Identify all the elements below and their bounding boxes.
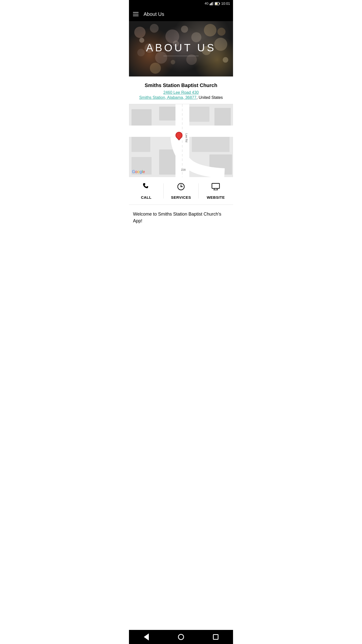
menu-button[interactable] xyxy=(133,12,139,16)
map-svg xyxy=(129,104,233,177)
app-bar: About Us xyxy=(129,7,233,21)
road-label: Lee Rd xyxy=(185,133,188,142)
hero-divider xyxy=(163,56,199,56)
svg-rect-2 xyxy=(212,2,212,5)
svg-rect-1 xyxy=(211,3,211,5)
network-type: 4G xyxy=(205,2,209,5)
welcome-section: Welcome to Smiths Station Baptist Church… xyxy=(129,205,233,230)
church-info: Smiths Station Baptist Church 2460 Lee R… xyxy=(129,76,233,104)
services-action[interactable]: SERVICES xyxy=(164,182,198,199)
svg-rect-9 xyxy=(131,109,152,127)
hero-banner: ABOUT US xyxy=(129,21,233,76)
address-country: , United States xyxy=(196,95,223,100)
map-container[interactable]: Lee Rd 228 Google xyxy=(129,104,233,177)
signal-icon xyxy=(210,2,214,5)
svg-rect-26 xyxy=(212,183,219,188)
monitor-icon xyxy=(211,182,220,193)
hero-content: ABOUT US xyxy=(146,42,216,56)
call-label: CALL xyxy=(141,195,152,199)
phone-icon xyxy=(142,182,151,193)
status-bar: 4G ⚡ 10:01 xyxy=(129,0,233,7)
welcome-text: Welcome to Smiths Station Baptist Church… xyxy=(133,211,229,224)
time: 10:01 xyxy=(221,2,230,6)
clock-icon xyxy=(176,182,186,193)
svg-text:⚡: ⚡ xyxy=(216,3,218,5)
svg-rect-13 xyxy=(214,108,231,127)
bottom-spacer xyxy=(129,230,233,251)
services-label: SERVICES xyxy=(171,195,191,199)
address-city[interactable]: Smiths Station, Alabama, 36877 xyxy=(139,95,197,100)
website-action[interactable]: WEBSITE xyxy=(199,182,233,199)
church-name: Smiths Station Baptist Church xyxy=(133,83,229,88)
website-label: WEBSITE xyxy=(207,195,225,199)
google-logo: Google xyxy=(132,170,145,174)
battery-icon: ⚡ xyxy=(215,2,220,5)
svg-rect-19 xyxy=(129,126,177,137)
svg-rect-0 xyxy=(210,4,210,5)
svg-rect-20 xyxy=(188,126,233,137)
svg-rect-12 xyxy=(189,107,209,122)
road-label2: 228 xyxy=(181,168,186,171)
svg-rect-3 xyxy=(213,2,213,5)
address-line1[interactable]: 2460 Lee Road 430 xyxy=(133,90,229,95)
status-icons: 4G ⚡ 10:01 xyxy=(205,2,230,6)
page-title: About Us xyxy=(144,11,164,17)
pin-head xyxy=(174,130,184,140)
svg-point-25 xyxy=(180,186,182,187)
address-line2: Smiths Station, Alabama, 36877, United S… xyxy=(133,95,229,100)
call-action[interactable]: CALL xyxy=(129,182,163,199)
hero-title: ABOUT US xyxy=(146,42,216,54)
action-row: CALL SERVICES WEBSITE xyxy=(129,177,233,205)
map-pin xyxy=(175,132,183,140)
svg-rect-5 xyxy=(219,3,220,4)
